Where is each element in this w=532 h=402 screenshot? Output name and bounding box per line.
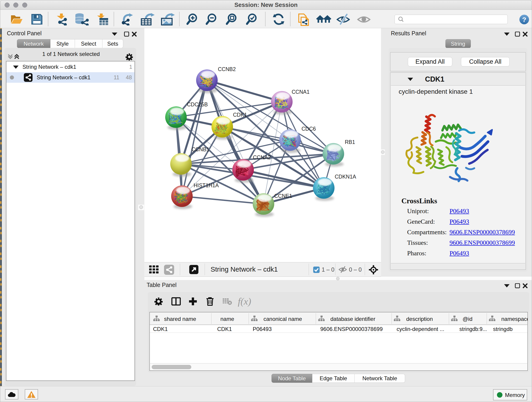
svg-text:CDKN1A: CDKN1A (335, 174, 356, 180)
svg-text:?: ? (522, 16, 526, 23)
svg-text:HIST1H1A: HIST1H1A (194, 182, 219, 188)
svg-text:CCNB2: CCNB2 (218, 66, 236, 72)
svg-text:CDC6: CDC6 (302, 126, 316, 132)
svg-text:RB1: RB1 (345, 139, 355, 145)
svg-text:CCNA1: CCNA1 (292, 89, 310, 95)
svg-text:CCNB1: CCNB1 (191, 147, 209, 153)
svg-text:CCNE1: CCNE1 (274, 193, 292, 199)
svg-text:CCNA2: CCNA2 (253, 154, 271, 160)
svg-text:CDK1: CDK1 (233, 112, 247, 118)
svg-text:CDC25B: CDC25B (187, 102, 208, 108)
